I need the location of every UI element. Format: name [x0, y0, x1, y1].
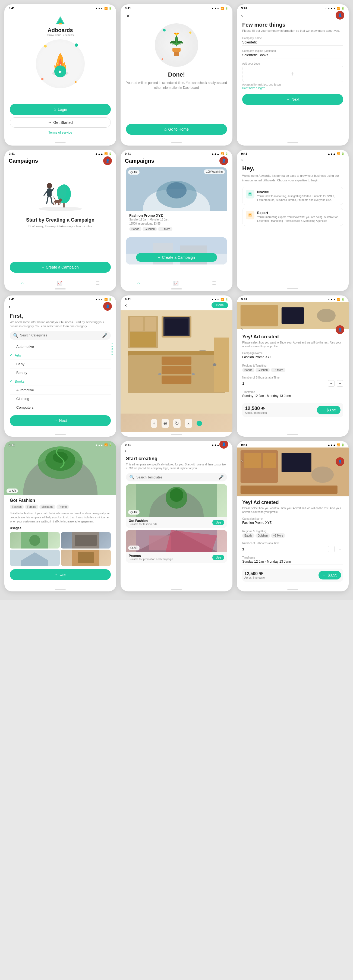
template-fashion-img — [126, 484, 227, 517]
logo-upload-area[interactable]: + — [242, 66, 343, 82]
create-campaign-button[interactable]: + Create a Campaign — [10, 262, 111, 273]
status-time: 9:41 — [9, 6, 15, 10]
search-bar[interactable]: 🔍 🎤 — [10, 331, 111, 340]
menu-nav-icon[interactable]: ☰ — [212, 280, 216, 286]
login-button[interactable]: ⌂ Login — [10, 104, 111, 115]
category-automotive-2[interactable]: Automotive — [10, 386, 111, 395]
no-logo-link[interactable]: Don't have a logo? — [242, 87, 343, 90]
back-button[interactable]: ‹ — [241, 156, 243, 162]
increase-button[interactable]: + — [337, 546, 343, 552]
home-nav-icon[interactable]: ⌂ — [21, 280, 24, 286]
back-button[interactable]: ‹ — [9, 303, 11, 310]
next-button[interactable]: → Next — [10, 415, 111, 426]
price-button[interactable]: → $3.55 — [317, 406, 340, 414]
decrease-button[interactable]: − — [328, 546, 334, 552]
ar-target-icon[interactable]: ⊕ — [162, 419, 169, 428]
search-templates-bar[interactable]: 🔍 🎤 — [126, 473, 227, 482]
close-icon[interactable]: ✕ — [126, 13, 130, 19]
back-button[interactable]: ‹ — [241, 12, 243, 19]
novice-desc: You're new to marketing, Just getting St… — [257, 194, 340, 202]
categories-list: ABCDE Automotive ✓Arts Baby Beauty — [10, 342, 111, 412]
page-subtitle: We need some information about your busi… — [10, 320, 111, 329]
template-promos[interactable]: ⬡ AR Promos Suitable for promotion and c… — [126, 530, 227, 563]
play-button[interactable]: ▶ — [54, 65, 66, 77]
campaign-card[interactable]: ⬡ AR 100 Watching Fashion Promo XYZ Sund… — [126, 167, 227, 234]
next-button[interactable]: → Next — [242, 94, 343, 105]
svg-rect-37 — [130, 317, 143, 331]
expert-card[interactable]: Expert You're marketing expert. You know… — [242, 208, 343, 226]
stepper[interactable]: − + — [328, 380, 343, 387]
template-info: Got Fashion Suitable for fashion ads Use — [126, 517, 227, 528]
svg-rect-79 — [244, 453, 261, 468]
ar-crop-icon[interactable]: ⊡ — [185, 419, 192, 428]
status-icons: ▲▲▲📶🔋 — [328, 152, 344, 155]
mic-icon[interactable]: 🎤 — [102, 333, 108, 338]
svg-point-12 — [57, 186, 67, 199]
back-button[interactable]: ‹ — [241, 457, 243, 463]
status-icons: ▲▲▲📶🔋 — [328, 298, 344, 301]
ar-expand-icon[interactable]: + — [151, 419, 157, 428]
price-value: $3.55 — [327, 408, 336, 412]
ar-rotate-icon[interactable]: ↻ — [173, 419, 181, 428]
create-campaign-button[interactable]: + Create a Campaign — [136, 253, 217, 262]
usage-thumb-1 — [10, 532, 60, 549]
category-books[interactable]: ✓Books — [10, 377, 111, 386]
category-baby[interactable]: Baby — [10, 360, 111, 369]
get-started-button[interactable]: → Get Started — [10, 117, 111, 127]
category-beauty[interactable]: Beauty — [10, 369, 111, 377]
back-button[interactable]: ‹ — [241, 329, 243, 332]
done-button[interactable]: Done — [211, 302, 228, 308]
page-title: Yey! Ad created — [242, 500, 343, 505]
home-nav-icon[interactable]: ⌂ — [137, 280, 140, 286]
use-template-button[interactable]: → Use — [10, 569, 111, 580]
use-promos-btn[interactable]: Use — [212, 555, 224, 560]
arrow-right-icon: → — [321, 408, 325, 412]
screen-done: 9:41 ▲▲▲📶🔋 ✕ — [121, 4, 232, 146]
billboards-field: Number of Billboards at a Time 1 − + — [242, 542, 343, 552]
mic-icon[interactable]: 🎤 — [218, 475, 224, 480]
decrease-button[interactable]: − — [328, 380, 334, 387]
search-templates-input[interactable] — [136, 476, 217, 479]
page-title: Campaigns — [125, 158, 154, 164]
expert-title: Expert — [257, 211, 340, 215]
page-subtitle: Welcome to Adwards. It's gonna be easy t… — [242, 173, 343, 183]
plus-icon: + — [158, 255, 160, 259]
campaign-impressions: 12500 Impressions, $3.55 — [129, 222, 224, 225]
back-button[interactable]: ‹ — [125, 302, 127, 308]
increase-button[interactable]: + — [337, 380, 343, 387]
template-got-fashion[interactable]: ⬡ AR Got Fashion Suitable for fashion ad… — [126, 484, 227, 528]
category-computers[interactable]: Computers — [10, 403, 111, 412]
category-automotive-1[interactable]: Automotive — [10, 342, 111, 351]
ar-color-dot[interactable] — [197, 421, 202, 426]
usage-thumb-3 — [10, 550, 60, 566]
page-title: Campaigns — [9, 158, 38, 164]
category-clothing[interactable]: Clothing — [10, 395, 111, 403]
search-icon: 🔍 — [13, 333, 19, 338]
create-campaign-card[interactable]: + Create a Campaign — [126, 237, 227, 264]
template-desc: Suitable for fashion ads — [129, 523, 157, 526]
category-arts[interactable]: ✓Arts — [10, 351, 111, 360]
price-button[interactable]: → $3.55 — [318, 571, 341, 579]
back-button[interactable]: ‹ — [125, 447, 127, 453]
svg-rect-50 — [162, 356, 191, 365]
bottom-nav: ⌂ 📈 ☰ — [121, 278, 232, 287]
price-section: 12,500 👁 Aprox. Impression → $3.55 — [242, 403, 343, 417]
search-input[interactable] — [20, 334, 100, 337]
analytics-nav-icon[interactable]: 📈 — [173, 280, 179, 286]
campaign-name-field: Campaign Name Fashion Promo XYZ — [242, 352, 343, 360]
go-home-button[interactable]: ⌂ Go to Home — [126, 124, 227, 135]
furniture-svg — [121, 310, 232, 414]
template-promo-img — [126, 530, 227, 552]
use-template-btn[interactable]: Use — [212, 520, 224, 525]
status-time: 9:41 — [241, 6, 247, 10]
terms-link[interactable]: Terms of service — [48, 130, 72, 134]
menu-nav-icon[interactable]: ☰ — [96, 280, 100, 286]
status-icons: ▲▲▲📶🔋 — [95, 7, 112, 10]
novice-card[interactable]: Novice You're new to marketing, Just get… — [242, 187, 343, 205]
svg-point-82 — [312, 466, 334, 483]
page-subtitle: Please select how you want to Show your … — [242, 506, 343, 514]
svg-rect-52 — [162, 375, 191, 384]
avatar: 👤 — [103, 156, 112, 165]
analytics-nav-icon[interactable]: 📈 — [57, 280, 62, 286]
stepper[interactable]: − + — [328, 546, 343, 552]
